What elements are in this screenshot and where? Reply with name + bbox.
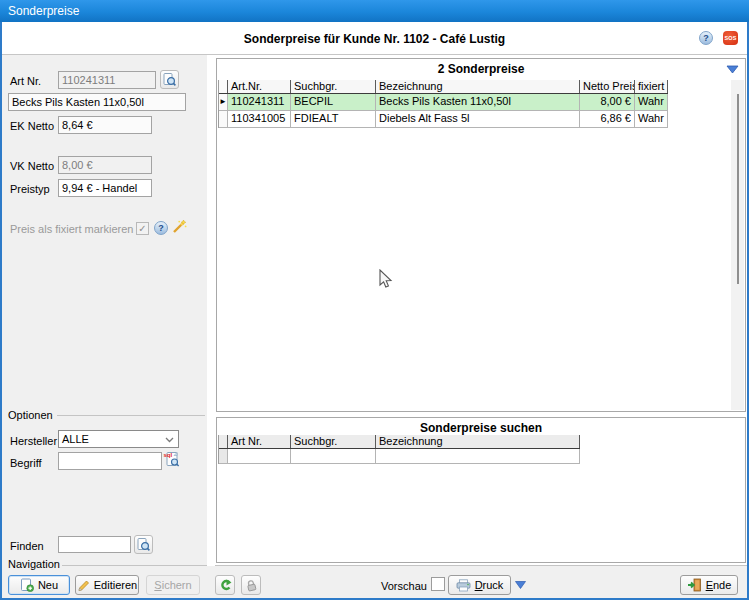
sonderpreise-window: Sonderpreise Sonderpreise für Kunde Nr. … — [0, 0, 749, 600]
editieren-button-label: Editieren — [94, 579, 137, 591]
druck-button-label: Druck — [475, 579, 504, 591]
undo-button[interactable] — [215, 575, 235, 595]
current-row-marker: ► — [219, 94, 228, 111]
cell-nettopreis: 8,00 € — [580, 94, 635, 111]
vertical-scrollbar[interactable] — [731, 80, 744, 410]
ende-button[interactable]: Ende — [680, 575, 738, 595]
begriff-label: Begriff — [10, 457, 42, 469]
art-nr-label: Art Nr. — [10, 75, 41, 87]
vorschau-label: Vorschau — [381, 580, 427, 592]
finden-search-button[interactable] — [134, 535, 153, 554]
window-border-left — [0, 22, 2, 600]
suchen-table: Art Nr. Suchbgr. Bezeichnung — [218, 435, 580, 464]
grid-menu-triangle-icon[interactable] — [726, 65, 739, 74]
sichern-button-label: Sichern — [154, 579, 191, 591]
art-nr-search-button[interactable] — [160, 70, 179, 89]
sichern-button: Sichern — [146, 575, 200, 595]
col-header-fixiert[interactable]: fixiert — [635, 80, 668, 93]
col-header-artnr[interactable]: Art.Nr. — [228, 80, 291, 93]
help-icon[interactable]: ? — [154, 221, 168, 235]
sonderpreise-grid-title: 2 Sonderpreise — [217, 62, 745, 76]
ende-button-label: Ende — [706, 579, 732, 591]
table-header-row: Art Nr. Suchbgr. Bezeichnung — [219, 435, 580, 449]
druck-dropdown-arrow[interactable] — [513, 575, 527, 595]
col-header-bezeichnung[interactable]: Bezeichnung — [376, 435, 580, 448]
navigation-group-label: Navigation — [8, 558, 60, 570]
vk-netto-field: 8,00 € — [58, 156, 152, 174]
toolbar-separator-line — [215, 565, 749, 566]
lock-button[interactable] — [241, 575, 261, 595]
navigation-group-line — [62, 565, 207, 566]
preistyp-label: Preistyp — [10, 183, 50, 195]
mouse-cursor — [378, 269, 393, 291]
druck-button[interactable]: Druck — [448, 575, 511, 595]
hersteller-select[interactable]: ALLE — [58, 430, 179, 448]
svg-text:sql: sql — [164, 452, 173, 458]
cell-fixiert: Wahr — [635, 94, 668, 111]
suchen-grid-title: Sonderpreise suchen — [217, 421, 745, 435]
cell-artnr — [228, 449, 291, 464]
col-header-bezeichnung[interactable]: Bezeichnung — [376, 80, 580, 93]
title-bar: Sonderpreise — [0, 0, 749, 22]
new-document-icon — [20, 578, 34, 592]
cell-suchbgr — [291, 449, 376, 464]
window-title: Sonderpreise — [8, 0, 79, 22]
row-selector-header — [219, 435, 228, 448]
ek-netto-field[interactable]: 8,64 € — [58, 116, 152, 134]
table-row[interactable] — [219, 449, 580, 464]
help-icon[interactable]: ? — [699, 31, 713, 45]
row-selector-cell — [219, 449, 228, 464]
vk-netto-label: VK Netto — [10, 160, 54, 172]
cell-suchbgr: BECPIL — [291, 94, 376, 111]
lock-icon — [245, 579, 258, 592]
header-bar: Sonderpreise für Kunde Nr. 1102 - Café L… — [0, 22, 749, 55]
preis-fixiert-checkbox: ✓ — [136, 222, 149, 235]
table-row[interactable]: 110341005 FDIEALT Diebels Alt Fass 5l 6,… — [219, 111, 668, 128]
col-header-suchbgr[interactable]: Suchbgr. — [291, 80, 376, 93]
sonderpreise-table: Art.Nr. Suchbgr. Bezeichnung Netto Preis… — [218, 80, 668, 128]
cell-fixiert: Wahr — [635, 111, 668, 128]
begriff-input[interactable] — [58, 452, 162, 470]
vorschau-checkbox[interactable] — [431, 577, 445, 591]
cell-bezeichnung — [376, 449, 580, 464]
cell-suchbgr: FDIEALT — [291, 111, 376, 128]
row-selector-cell — [219, 111, 228, 128]
col-header-suchbgr[interactable]: Suchbgr. — [291, 435, 376, 448]
cell-bezeichnung: Diebels Alt Fass 5l — [376, 111, 580, 128]
search-icon — [163, 73, 176, 86]
sonderpreise-grid-box: 2 Sonderpreise Art.Nr. Suchbgr. Bezeichn… — [216, 58, 746, 412]
cell-nettopreis: 6,86 € — [580, 111, 635, 128]
cell-bezeichnung: Becks Pils Kasten 11x0,50l — [376, 94, 580, 111]
sql-search-icon[interactable]: sql — [163, 450, 180, 467]
scrollbar-thumb[interactable] — [737, 94, 739, 284]
artikel-bezeichnung-field: Becks Pils Kasten 11x0,50l — [8, 93, 186, 111]
finden-input[interactable] — [58, 536, 131, 553]
editieren-button[interactable]: Editieren — [75, 575, 139, 595]
undo-arrow-icon — [218, 579, 232, 591]
row-selector-header — [219, 80, 228, 93]
ek-netto-label: EK Netto — [10, 120, 54, 132]
sos-icon[interactable]: SOS — [723, 31, 738, 45]
cell-artnr: 110341005 — [228, 111, 291, 128]
col-header-artnr[interactable]: Art Nr. — [228, 435, 291, 448]
hersteller-label: Hersteller — [10, 435, 57, 447]
magic-wand-icon[interactable] — [171, 219, 187, 235]
preistyp-field[interactable]: 9,94 € - Handel — [58, 179, 152, 197]
finden-label: Finden — [10, 540, 44, 552]
table-header-row: Art.Nr. Suchbgr. Bezeichnung Netto Preis… — [219, 80, 668, 94]
neu-button-label: Neu — [38, 579, 58, 591]
optionen-group-line — [52, 415, 205, 416]
pencil-icon — [77, 579, 90, 592]
neu-button[interactable]: Neu — [8, 575, 70, 595]
table-row[interactable]: ► 110241311 BECPIL Becks Pils Kasten 11x… — [219, 94, 668, 111]
exit-door-icon — [687, 578, 702, 592]
hersteller-selected-value: ALLE — [62, 433, 89, 445]
chevron-down-icon — [165, 437, 174, 443]
sonderpreise-suchen-box: Sonderpreise suchen Art Nr. Suchbgr. Bez… — [216, 417, 746, 563]
preis-fixiert-label: Preis als fixiert markieren — [10, 223, 133, 235]
optionen-group-label: Optionen — [8, 409, 57, 421]
cell-artnr: 110241311 — [228, 94, 291, 111]
search-icon — [137, 538, 150, 551]
art-nr-field: 110241311 — [58, 71, 156, 89]
col-header-nettopreis[interactable]: Netto Preis — [580, 80, 635, 93]
